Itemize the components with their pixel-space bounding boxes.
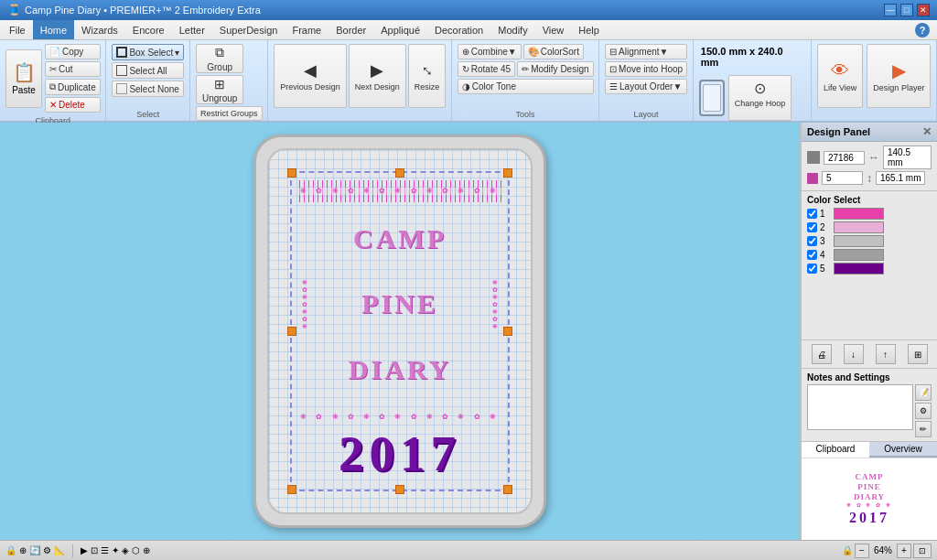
select-group-label: Select: [112, 108, 184, 119]
selection-handle-ml[interactable]: [287, 327, 296, 336]
delete-button[interactable]: ✕ Delete: [45, 97, 101, 113]
design-player-button[interactable]: ▶ Design Player: [867, 44, 931, 108]
canvas-area[interactable]: ❋ ✿ ❋ ✿ ❋ ✿ ❋ ✿ ❋ ✿ ❋ ✿ ❋ ❋✿❋✿❋✿❋ CAMP P…: [0, 123, 800, 540]
previous-design-button[interactable]: ◀ Previous Design: [274, 44, 347, 108]
height-value: 165.1 mm: [876, 171, 925, 185]
ribbon-nav-group: ◀ Previous Design ▶ Next Design ↔ Resize: [268, 40, 452, 121]
menu-border[interactable]: Border: [328, 20, 373, 39]
menu-superdesign[interactable]: SuperDesign: [212, 20, 285, 39]
menu-view[interactable]: View: [535, 20, 572, 39]
panel-down-button[interactable]: ↓: [844, 344, 864, 364]
close-button[interactable]: ✕: [917, 4, 930, 16]
panel-tools: 🖨 ↓ ↑ ⊞: [802, 340, 937, 369]
app-icon: 🧵: [7, 4, 21, 16]
color-3-swatch[interactable]: [834, 235, 884, 247]
change-hoop-button[interactable]: ⊙ Change Hoop: [728, 75, 792, 121]
color-3-checkbox[interactable]: [807, 236, 817, 246]
duplicate-button[interactable]: ⧉ Duplicate: [45, 79, 101, 95]
menu-wizards[interactable]: Wizards: [74, 20, 125, 39]
copy-button[interactable]: 📄 Copy: [45, 44, 101, 59]
menu-home[interactable]: Home: [33, 20, 74, 39]
status-icon-4: ⚙: [43, 545, 51, 555]
select-none-button[interactable]: Select None: [112, 81, 184, 97]
menu-letter[interactable]: Letter: [172, 20, 212, 39]
clipboard-tab[interactable]: Clipboard: [802, 442, 869, 458]
menu-applique[interactable]: Appliqué: [373, 20, 427, 39]
titlebar-controls[interactable]: — □ ✕: [884, 4, 930, 16]
restrict-groups-button[interactable]: Restrict Groups: [196, 106, 263, 121]
paste-label: Paste: [12, 85, 36, 95]
panel-grid-button[interactable]: ⊞: [908, 344, 928, 364]
status-icon-6: ▶: [81, 545, 88, 555]
selection-handle-tr[interactable]: [503, 168, 512, 178]
color-4-checkbox[interactable]: [807, 250, 817, 260]
group-button[interactable]: ⧉ Group: [196, 44, 243, 73]
notes-textarea[interactable]: [807, 384, 913, 430]
combine-button[interactable]: ⊕ Combine▼: [458, 44, 522, 59]
notes-edit-button[interactable]: ✏: [915, 421, 932, 437]
combine-icon: ⊕: [462, 47, 469, 57]
help-icon[interactable]: ?: [910, 20, 935, 39]
color-1-checkbox[interactable]: [807, 209, 817, 219]
notes-format-button[interactable]: 📝: [915, 384, 932, 401]
color-sort-button[interactable]: 🎨 ColorSort: [523, 44, 584, 59]
minimize-button[interactable]: —: [884, 4, 897, 16]
menu-file[interactable]: File: [2, 20, 33, 39]
info-section: 27186 ↔ 140.5 mm 5 ↕ 165.1 mm: [802, 142, 937, 191]
ribbon-clipboard-group: 📋 Paste 📄 Copy ✂ Cut ⧉ Duplicate ✕: [0, 40, 106, 121]
zoom-in-button[interactable]: +: [897, 544, 911, 558]
ribbon-hoop-group: 150.0 mm x 240.0 mm ⊙ Change Hoop Hoop: [694, 40, 812, 121]
maximize-button[interactable]: □: [900, 4, 913, 16]
design-container[interactable]: ❋ ✿ ❋ ✿ ❋ ✿ ❋ ✿ ❋ ✿ ❋ ✿ ❋ ❋✿❋✿❋✿❋ CAMP P…: [290, 171, 510, 491]
selection-handle-tm[interactable]: [395, 168, 404, 178]
move-into-hoop-button[interactable]: ⊡ Move into Hoop: [605, 61, 687, 77]
color-4-num: 4: [820, 250, 831, 260]
next-design-button[interactable]: ▶ Next Design: [349, 44, 406, 108]
paste-button[interactable]: 📋 Paste: [5, 49, 42, 108]
menu-decoration[interactable]: Decoration: [427, 20, 490, 39]
resize-button[interactable]: ↔ Resize: [408, 44, 447, 108]
panel-close-button[interactable]: ✕: [922, 125, 932, 138]
ribbon-layout-group: ⊟ Alignment▼ ⊡ Move into Hoop ☰ Layout O…: [599, 40, 694, 121]
box-select-button[interactable]: Box Select ▾: [112, 44, 184, 60]
notes-section: Notes and Settings 📝 ⚙ ✏: [802, 369, 937, 441]
menu-encore[interactable]: Encore: [125, 20, 172, 39]
zoom-out-button[interactable]: −: [855, 544, 869, 558]
modify-design-button[interactable]: ✏ Modify Design: [517, 61, 593, 77]
alignment-button[interactable]: ⊟ Alignment▼: [605, 44, 687, 59]
selection-handle-bm[interactable]: [395, 485, 404, 494]
fit-button[interactable]: ⊡: [913, 544, 932, 558]
color-4-swatch[interactable]: [834, 249, 884, 261]
menu-modify[interactable]: Modify: [490, 20, 534, 39]
menubar: File Home Wizards Encore Letter SuperDes…: [0, 20, 937, 40]
selection-handle-tl[interactable]: [287, 168, 296, 178]
selection-handle-bl[interactable]: [287, 485, 296, 494]
menu-frame[interactable]: Frame: [285, 20, 328, 39]
notes-settings-button[interactable]: ⚙: [915, 403, 932, 419]
preview-area: CAMP PINE DIARY ❋ ✿ ❋ ✿ ❋ 2017: [802, 458, 937, 540]
select-all-button[interactable]: Select All: [112, 62, 184, 79]
move-hoop-icon: ⊡: [609, 64, 617, 74]
panel-up-button[interactable]: ↑: [876, 344, 896, 364]
selection-handle-mr[interactable]: [503, 327, 512, 336]
overview-tab[interactable]: Overview: [869, 442, 937, 458]
life-view-button[interactable]: 👁 Life View: [817, 44, 863, 108]
color-1-swatch[interactable]: [834, 208, 884, 220]
ungroup-button[interactable]: ⊞ Ungroup: [196, 75, 243, 104]
rotate-button[interactable]: ↻ Rotate 45: [458, 61, 515, 77]
panel-print-button[interactable]: 🖨: [812, 344, 832, 364]
top-flower-border: ❋ ✿ ❋ ✿ ❋ ✿ ❋ ✿ ❋ ✿ ❋ ✿ ❋: [296, 180, 504, 202]
menu-help[interactable]: Help: [571, 20, 607, 39]
selection-handle-br[interactable]: [503, 485, 512, 494]
color-2-swatch[interactable]: [834, 221, 884, 233]
color-tone-button[interactable]: ◑ Color Tone: [458, 79, 594, 94]
layout-order-button[interactable]: ☰ Layout Order▼: [605, 79, 687, 94]
status-icon-8: ☰: [101, 545, 109, 555]
color-2-checkbox[interactable]: [807, 222, 817, 232]
color-5-swatch[interactable]: [834, 263, 884, 275]
hoop: ❋ ✿ ❋ ✿ ❋ ✿ ❋ ✿ ❋ ✿ ❋ ✿ ❋ ❋✿❋✿❋✿❋ CAMP P…: [253, 135, 546, 528]
cut-button[interactable]: ✂ Cut: [45, 61, 101, 77]
status-icon-5: 📐: [54, 545, 65, 555]
prev-icon: ◀: [304, 60, 317, 81]
color-5-checkbox[interactable]: [807, 264, 817, 274]
